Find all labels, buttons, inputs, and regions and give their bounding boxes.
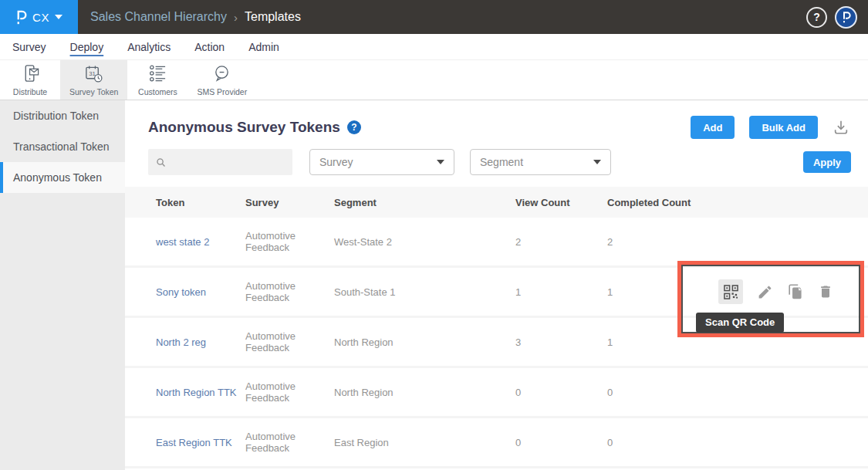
survey-dropdown[interactable]: Survey: [309, 149, 454, 175]
token-link[interactable]: North Region TTK: [148, 387, 238, 398]
page-title: Anonymous Survey Tokens: [148, 119, 340, 136]
completed-count-cell: 2: [599, 236, 702, 248]
tab-admin[interactable]: Admin: [248, 41, 279, 53]
col-segment: Segment: [326, 197, 508, 208]
toolbar-item-sms-provider[interactable]: SMS Provider: [187, 60, 256, 100]
view-count-cell: 0: [508, 387, 599, 398]
chevron-down-icon: [55, 15, 62, 19]
view-count-cell: 3: [508, 336, 599, 348]
col-survey: Survey: [238, 197, 326, 208]
breadcrumb: Sales Channel Hierarchy › Templates: [78, 0, 301, 34]
toolbar-label: Distribute: [13, 87, 47, 96]
search-box[interactable]: [148, 149, 292, 175]
sidebar-item-transactional-token[interactable]: Transactional Token: [0, 131, 125, 162]
table-row: west state 2 Automotive Feedback West-St…: [125, 218, 868, 268]
sidebar: Distribution Token Transactional Token A…: [0, 100, 125, 470]
segment-dropdown[interactable]: Segment: [470, 149, 611, 175]
svg-text:31: 31: [89, 70, 96, 77]
survey-cell: Automotive Feedback: [238, 280, 326, 303]
scan-qr-tooltip: Scan QR Code: [696, 313, 784, 333]
chat-bubble-icon: [212, 64, 231, 83]
search-input[interactable]: [172, 157, 285, 168]
survey-cell: Automotive Feedback: [238, 330, 326, 353]
token-link[interactable]: East Region TTK: [148, 437, 238, 448]
segment-cell: East Region: [326, 437, 508, 448]
breadcrumb-parent[interactable]: Sales Channel Hierarchy: [90, 10, 227, 24]
calendar-clock-icon: 31: [84, 64, 103, 83]
table-header: Token Survey Segment View Count Complete…: [125, 187, 868, 218]
tab-survey[interactable]: Survey: [12, 41, 46, 53]
title-help-icon[interactable]: ?: [347, 120, 361, 134]
scan-qr-button[interactable]: [718, 279, 743, 304]
edit-button[interactable]: [757, 284, 773, 300]
apply-button[interactable]: Apply: [803, 151, 851, 173]
survey-cell: Automotive Feedback: [238, 431, 326, 454]
logo-product-label: CX: [32, 11, 49, 24]
add-button[interactable]: Add: [691, 116, 735, 139]
download-icon: [833, 119, 849, 136]
topbar-actions: ?: [806, 0, 868, 34]
toolbar-label: Customers: [138, 87, 177, 96]
help-icon[interactable]: ?: [806, 7, 827, 28]
token-link[interactable]: North 2 reg: [148, 336, 238, 348]
bulk-add-button[interactable]: Bulk Add: [749, 116, 818, 139]
view-count-cell: 2: [508, 236, 599, 248]
survey-cell: Automotive Feedback: [238, 230, 326, 253]
segment-cell: North Region: [326, 387, 508, 398]
people-list-icon: [148, 64, 167, 83]
segment-cell: West-State 2: [326, 236, 508, 248]
table-row: North Region TTK Automotive Feedback Nor…: [125, 368, 868, 418]
col-view-count: View Count: [508, 197, 599, 208]
toolbar-item-customers[interactable]: Customers: [127, 60, 187, 100]
deploy-toolbar: Distribute 31 Survey Token: [0, 60, 868, 100]
delete-button[interactable]: [818, 284, 833, 299]
top-bar: CX Sales Channel Hierarchy › Templates ?: [0, 0, 868, 34]
profile-p-glyph: [842, 11, 851, 23]
sidebar-item-distribution-token[interactable]: Distribution Token: [0, 100, 125, 131]
brand-logo[interactable]: CX: [0, 0, 78, 34]
completed-count-cell: 1: [599, 286, 702, 298]
chevron-down-icon: [593, 160, 601, 164]
chevron-down-icon: [437, 160, 444, 164]
phone-mail-icon: [21, 64, 40, 83]
breadcrumb-current: Templates: [245, 10, 301, 24]
segment-cell: South-State 1: [326, 286, 508, 298]
profile-icon[interactable]: [835, 6, 857, 29]
token-link[interactable]: west state 2: [148, 236, 238, 248]
tab-action[interactable]: Action: [194, 41, 225, 53]
main-nav: Survey Deploy Analytics Action Admin: [0, 34, 868, 60]
completed-count-cell: 1: [599, 336, 702, 348]
survey-dropdown-value: Survey: [319, 156, 353, 168]
app-window: CX Sales Channel Hierarchy › Templates ?…: [0, 0, 868, 470]
col-completed-count: Completed Count: [599, 197, 702, 208]
toolbar-item-distribute[interactable]: Distribute: [0, 60, 60, 100]
search-icon: [156, 157, 166, 168]
body: Distribution Token Transactional Token A…: [0, 100, 868, 470]
toolbar-label: SMS Provider: [197, 87, 247, 96]
download-button[interactable]: [833, 119, 849, 136]
brand-p-icon: [15, 9, 27, 25]
completed-count-cell: 0: [599, 387, 702, 398]
view-count-cell: 0: [508, 437, 599, 448]
row-actions: [702, 279, 868, 304]
qr-code-icon: [724, 285, 738, 299]
completed-count-cell: 0: [599, 437, 702, 448]
survey-cell: Automotive Feedback: [238, 380, 326, 404]
main-content: Anonymous Survey Tokens ? Add Bulk Add: [125, 100, 868, 470]
toolbar-label: Survey Token: [69, 87, 118, 96]
segment-cell: North Region: [326, 336, 508, 348]
table-row: East Region TTK Automotive Feedback East…: [125, 418, 868, 468]
title-row: Anonymous Survey Tokens ? Add Bulk Add: [148, 114, 868, 140]
tab-deploy[interactable]: Deploy: [70, 41, 104, 53]
token-link[interactable]: Sony token: [148, 286, 238, 298]
copy-icon: [787, 283, 804, 300]
copy-button[interactable]: [787, 283, 804, 300]
edit-pencil-icon: [757, 284, 773, 300]
toolbar-item-survey-token[interactable]: 31 Survey Token: [60, 60, 127, 100]
breadcrumb-separator: ›: [234, 11, 238, 24]
filter-row: Survey Segment Apply: [148, 149, 868, 175]
title-actions: Add Bulk Add: [691, 116, 849, 139]
view-count-cell: 1: [508, 286, 599, 298]
sidebar-item-anonymous-token[interactable]: Anonymous Token: [0, 162, 125, 193]
tab-analytics[interactable]: Analytics: [127, 41, 171, 53]
